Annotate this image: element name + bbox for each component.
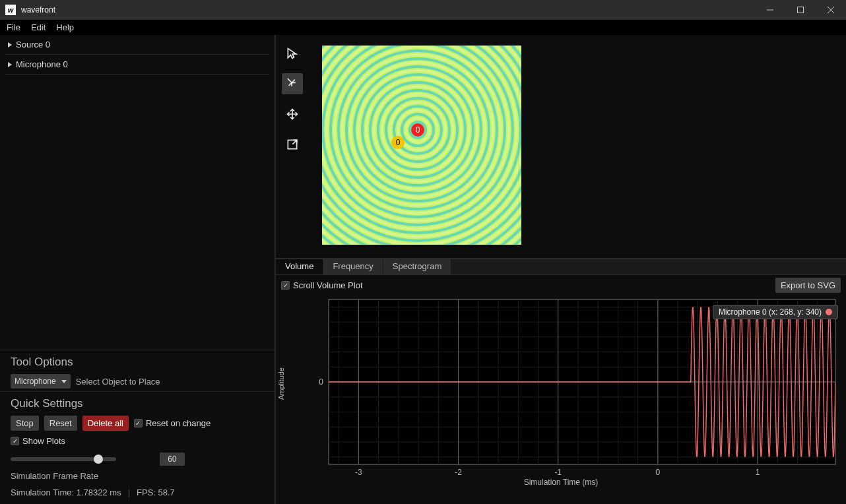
object-type-dropdown[interactable]: Microphone xyxy=(11,374,71,389)
app-icon: w xyxy=(5,5,16,15)
tool-options-panel: Tool Options Microphone Select Object to… xyxy=(0,350,275,391)
reset-button[interactable]: Reset xyxy=(44,416,77,431)
menu-help[interactable]: Help xyxy=(51,21,79,34)
legend-text: Microphone 0 (x: 268, y: 340) xyxy=(719,307,822,317)
divider: | xyxy=(128,488,130,497)
slider-thumb[interactable] xyxy=(94,455,103,464)
placement-hint: Select Object to Place xyxy=(76,377,160,387)
maximize-button[interactable] xyxy=(785,0,816,20)
window-title: wavefront xyxy=(21,5,55,15)
sim-toolbar xyxy=(276,35,309,258)
move-tool[interactable] xyxy=(282,104,303,125)
checkbox-label: Reset on change xyxy=(146,418,211,428)
caret-right-icon xyxy=(8,62,12,67)
status-bar: Simulation Time: 1.78322 ms | FPS: 58.7 xyxy=(0,484,275,504)
sidebar: Source 0 Microphone 0 Tool Options Micro… xyxy=(0,35,276,504)
tab-spectrogram[interactable]: Spectrogram xyxy=(383,259,451,274)
fps-readout: FPS: 58.7 xyxy=(137,488,175,497)
place-tool[interactable] xyxy=(282,73,303,94)
svg-text:-3: -3 xyxy=(355,468,362,477)
checkbox-icon: ✓ xyxy=(11,437,19,445)
source-node[interactable]: 0 xyxy=(411,123,424,137)
minimize-button[interactable] xyxy=(755,0,785,20)
svg-text:-1: -1 xyxy=(554,468,562,477)
node-label: 0 xyxy=(416,125,420,135)
title-bar: w wavefront xyxy=(0,0,846,20)
x-axis-label: Simulation Time (ms) xyxy=(281,478,841,487)
plot-legend: Microphone 0 (x: 268, y: 340) xyxy=(713,305,838,319)
checkbox-icon: ✓ xyxy=(134,419,143,427)
frame-rate-label: Simulation Frame Rate xyxy=(11,471,98,481)
checkbox-label: Show Plots xyxy=(22,436,65,446)
resize-tool[interactable] xyxy=(282,134,303,155)
plot-area: Volume Frequency Spectrogram ✓ Scroll Vo… xyxy=(276,259,846,504)
menu-edit[interactable]: Edit xyxy=(26,21,50,34)
svg-text:-2: -2 xyxy=(455,468,462,477)
plot-tabs: Volume Frequency Spectrogram xyxy=(276,259,846,275)
frame-rate-input[interactable]: 60 xyxy=(160,453,185,466)
tool-options-heading: Tool Options xyxy=(11,356,264,369)
quick-settings-panel: Quick Settings Stop Reset Delete all ✓ R… xyxy=(0,391,275,484)
svg-text:0: 0 xyxy=(656,468,661,477)
export-svg-button[interactable]: Export to SVG xyxy=(775,278,841,293)
close-button[interactable] xyxy=(816,0,846,20)
svg-rect-1 xyxy=(798,7,804,13)
tab-volume[interactable]: Volume xyxy=(276,259,323,274)
legend-color-dot xyxy=(826,309,832,315)
simulation-area: 0 0 xyxy=(276,35,846,259)
y-axis-label: Amplitude xyxy=(277,367,285,400)
tree-item-microphone[interactable]: Microphone 0 xyxy=(5,55,269,75)
show-plots-checkbox[interactable]: ✓ Show Plots xyxy=(11,436,65,446)
menu-bar: File Edit Help xyxy=(0,20,846,35)
volume-plot[interactable]: Amplitude -3-2-1010 Microphone 0 (x: 268… xyxy=(276,296,846,504)
window-controls xyxy=(755,0,846,20)
plot-toolbar: ✓ Scroll Volume Plot Export to SVG xyxy=(276,275,846,296)
node-label: 0 xyxy=(396,138,401,147)
svg-text:1: 1 xyxy=(756,468,760,477)
scene-tree: Source 0 Microphone 0 xyxy=(0,35,275,75)
quick-settings-heading: Quick Settings xyxy=(11,397,264,410)
delete-all-button[interactable]: Delete all xyxy=(82,416,129,431)
tree-item-label: Microphone 0 xyxy=(16,59,68,69)
menu-file[interactable]: File xyxy=(2,21,25,34)
caret-right-icon xyxy=(8,42,12,47)
frame-rate-slider[interactable] xyxy=(11,457,116,461)
reset-on-change-checkbox[interactable]: ✓ Reset on change xyxy=(134,418,211,428)
simulation-canvas[interactable]: 0 0 xyxy=(322,46,521,245)
scroll-plot-checkbox[interactable]: ✓ Scroll Volume Plot xyxy=(281,280,363,290)
microphone-node[interactable]: 0 xyxy=(391,136,405,149)
tree-item-label: Source 0 xyxy=(16,40,50,49)
pointer-tool[interactable] xyxy=(282,43,303,64)
checkbox-icon: ✓ xyxy=(281,281,290,290)
simulation-time: Simulation Time: 1.78322 ms xyxy=(11,488,121,497)
tab-frequency[interactable]: Frequency xyxy=(323,259,383,274)
checkbox-label: Scroll Volume Plot xyxy=(293,280,363,290)
chevron-down-icon xyxy=(61,380,67,383)
stop-button[interactable]: Stop xyxy=(11,416,39,431)
tree-item-source[interactable]: Source 0 xyxy=(5,35,269,55)
svg-text:0: 0 xyxy=(319,377,323,387)
dropdown-value: Microphone xyxy=(15,377,56,386)
